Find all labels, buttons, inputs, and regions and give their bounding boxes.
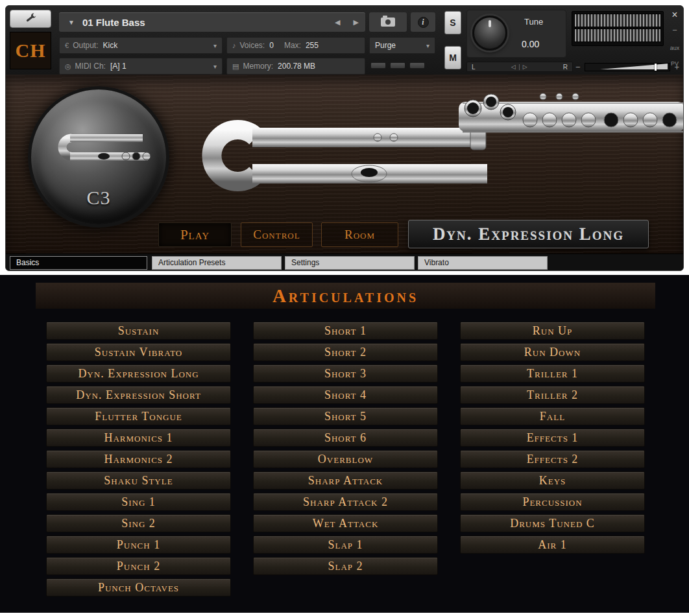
midi-channel-select[interactable]: ◎ MIDI Ch: [A] 1 ▾ [59, 58, 223, 75]
room-tab-button[interactable]: Room [321, 222, 398, 247]
wrench-icon [24, 12, 37, 25]
memory-label: Memory: [243, 62, 273, 71]
info-button[interactable]: i [411, 12, 435, 32]
articulation-button[interactable]: Run Up [460, 322, 645, 340]
volume-slider[interactable] [585, 63, 671, 71]
tab-basics[interactable]: Basics [10, 256, 147, 270]
instrument-graphic-area: C3 [6, 75, 683, 254]
camera-icon [381, 18, 395, 27]
articulation-button[interactable]: Sustain [46, 322, 231, 340]
info-icon: i [418, 17, 429, 28]
articulation-button[interactable]: Shaku Style [46, 471, 231, 490]
articulation-button[interactable]: Air 1 [460, 536, 645, 554]
collapse-icon[interactable]: − [666, 25, 683, 35]
volume-wedge [600, 64, 668, 69]
indicator-led [409, 62, 425, 69]
volume-control: − + [575, 62, 679, 72]
articulation-button[interactable]: Short 6 [253, 429, 438, 447]
output-select[interactable]: € Output: Kick ▾ [59, 37, 223, 54]
indicator-led [390, 62, 405, 69]
articulation-button[interactable]: Punch Octaves [46, 578, 231, 597]
mute-button[interactable]: M [444, 46, 461, 69]
articulation-button[interactable]: Sharp Attack 2 [253, 493, 438, 511]
tab-articulation-presets[interactable]: Articulation Presets [152, 256, 282, 270]
articulations-title: Articulations [272, 285, 418, 307]
articulation-button[interactable]: Drums Tuned C [460, 514, 645, 532]
instrument-header: CH ▼ 01 Flute Bass ◀ ▶ i € Output: Kick … [6, 6, 683, 75]
tune-panel: Tune 0.00 [466, 10, 566, 58]
articulation-button[interactable]: Sing 1 [46, 493, 231, 511]
pan-control[interactable]: L ◁ ▷ R [466, 62, 573, 72]
current-articulation-display[interactable]: Dyn. Expression Long [408, 220, 649, 248]
next-instrument-icon[interactable]: ▶ [347, 18, 365, 27]
output-label: Output: [73, 41, 98, 50]
articulation-button[interactable]: Short 2 [253, 343, 438, 361]
articulations-panel: Articulations Sustain Sustain Vibrato Dy… [0, 275, 689, 613]
articulation-button[interactable]: Overblow [253, 450, 438, 468]
articulation-button[interactable]: Wet Attack [253, 514, 438, 532]
tab-settings[interactable]: Settings [285, 256, 415, 270]
articulation-button[interactable]: Dyn. Expression Long [46, 364, 231, 383]
articulation-button[interactable]: Run Down [460, 343, 645, 361]
articulation-button[interactable]: Punch 1 [46, 536, 231, 554]
indicator-led [370, 62, 386, 69]
memory-icon: ▤ [232, 62, 239, 71]
articulations-column-3: Run Up Run Down Triller 1 Triller 2 Fall… [460, 322, 645, 600]
articulation-button[interactable]: Dyn. Expression Short [46, 386, 231, 404]
articulation-button[interactable]: Sharp Attack [253, 471, 438, 490]
close-icon[interactable]: × [666, 9, 683, 21]
memory-display: ▤ Memory: 200.78 MB [226, 58, 365, 75]
articulation-button[interactable]: Punch 2 [46, 557, 231, 575]
pan-center-divider [519, 64, 520, 70]
articulation-button[interactable]: Keys [460, 471, 645, 490]
instrument-name: 01 Flute Bass [82, 17, 145, 28]
articulation-button[interactable]: Short 5 [253, 407, 438, 425]
play-tab-button[interactable]: Play [158, 222, 232, 247]
purge-menu[interactable]: Purge ▾ [369, 37, 435, 54]
articulation-button[interactable]: Triller 2 [460, 386, 645, 404]
articulation-button[interactable]: Effects 2 [460, 450, 645, 468]
volume-minus-icon[interactable]: − [575, 62, 581, 72]
articulation-button[interactable]: Sustain Vibrato [46, 343, 231, 361]
script-tab-strip: Basics Articulation Presets Settings Vib… [6, 254, 683, 271]
articulation-button[interactable]: Flutter Tongue [46, 407, 231, 425]
articulations-title-bar: Articulations [36, 283, 655, 309]
articulation-button[interactable]: Short 3 [253, 364, 438, 383]
articulation-button[interactable]: Fall [460, 407, 645, 425]
articulation-button[interactable]: Slap 2 [253, 557, 438, 575]
articulation-button[interactable]: Harmonics 1 [46, 429, 231, 447]
volume-plus-icon[interactable]: + [674, 62, 679, 72]
control-tab-button[interactable]: Control [241, 222, 313, 247]
tune-knob[interactable] [472, 16, 507, 51]
articulation-button[interactable]: Short 1 [253, 322, 438, 340]
articulation-button[interactable]: Slap 1 [253, 536, 438, 554]
articulation-button[interactable]: Sing 2 [46, 514, 231, 532]
aux-label: aux [666, 45, 683, 51]
midi-icon: ◎ [65, 62, 71, 71]
voices-icon: ♪ [232, 41, 236, 49]
max-label: Max: [284, 41, 301, 50]
output-value: Kick [103, 41, 117, 50]
tune-value: 0.00 [522, 39, 539, 49]
pan-right-icon: ▷ [523, 64, 527, 70]
articulation-button[interactable]: Harmonics 2 [46, 450, 231, 468]
articulation-button[interactable]: Effects 1 [460, 429, 645, 447]
memory-value: 200.78 MB [278, 62, 315, 71]
tab-vibrato[interactable]: Vibrato [418, 256, 548, 270]
voices-value: 0 [269, 41, 274, 50]
articulations-grid: Sustain Sustain Vibrato Dyn. Expression … [36, 322, 655, 600]
midi-label: MIDI Ch: [75, 62, 106, 71]
meter-right [574, 29, 661, 42]
emblem-flute-image [44, 127, 160, 174]
articulation-button[interactable]: Triller 1 [460, 364, 645, 383]
screen: CH ▼ 01 Flute Bass ◀ ▶ i € Output: Kick … [0, 0, 689, 616]
volume-handle[interactable] [655, 64, 657, 71]
articulation-button[interactable]: Percussion [460, 493, 645, 511]
instrument-name-dropdown[interactable]: ▼ 01 Flute Bass ◀ ▶ [59, 12, 365, 32]
meter-left [574, 14, 661, 27]
edit-instrument-button[interactable] [10, 10, 51, 28]
prev-instrument-icon[interactable]: ◀ [328, 18, 346, 27]
snapshot-button[interactable] [369, 12, 407, 32]
solo-button[interactable]: S [444, 11, 461, 34]
articulation-button[interactable]: Short 4 [253, 386, 438, 404]
